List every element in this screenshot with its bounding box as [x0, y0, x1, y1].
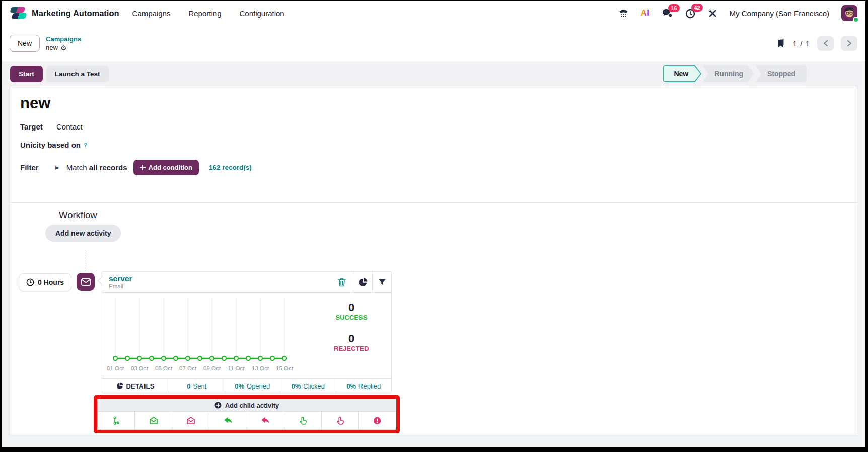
stage-running[interactable]: Running [702, 65, 754, 82]
company-switcher[interactable]: My Company (San Francisco) [730, 9, 829, 18]
app-window: Marketing Automation Campaigns Reporting… [0, 0, 868, 452]
activity-name[interactable]: server [109, 274, 331, 283]
new-record-button[interactable]: New [10, 35, 40, 52]
form-sheet: new Target Contact Unicity based on ? Fi… [10, 86, 857, 435]
trigger-clicked-button[interactable] [284, 412, 321, 429]
pager-previous-button[interactable] [817, 36, 834, 51]
add-child-activity-button[interactable]: Add child activity [97, 399, 396, 411]
voip-phone-icon[interactable] [618, 9, 629, 18]
activity-type: Email [109, 283, 331, 289]
mail-opened-icon [149, 416, 158, 425]
menu-campaigns[interactable]: Campaigns [132, 9, 171, 18]
app-logo-icon[interactable] [10, 6, 27, 20]
trigger-opened-button[interactable] [134, 412, 172, 429]
field-target: Target Contact [20, 122, 83, 131]
activity-stats-row: DETAILS 0Sent 0%Opened 0%Clicked 0%Repli… [102, 378, 391, 393]
svg-text:09 Oct: 09 Oct [203, 365, 221, 371]
campaign-name-input[interactable]: new [20, 94, 50, 112]
workflow-heading: Workflow [59, 210, 97, 221]
control-panel: New Campaigns new ⚙ 1 / 1 [2, 25, 865, 61]
stat-sent[interactable]: 0Sent [169, 379, 225, 393]
bookmark-icon[interactable] [777, 38, 786, 48]
breadcrumb-current-row: new ⚙ [46, 44, 81, 51]
logo-shape-top [10, 7, 26, 13]
add-child-activity-label: Add child activity [225, 402, 279, 409]
stat-opened[interactable]: 0%Opened [225, 379, 280, 393]
breadcrumb-campaigns-link[interactable]: Campaigns [46, 35, 81, 43]
unicity-label: Unicity based on [20, 141, 81, 149]
launch-test-button[interactable]: Launch a Test [46, 66, 109, 82]
menu-reporting[interactable]: Reporting [188, 9, 221, 18]
trigger-not-clicked-button[interactable] [321, 412, 358, 429]
pager-area: 1 / 1 [777, 36, 857, 51]
target-value[interactable]: Contact [56, 122, 83, 131]
rejected-count: 0 [348, 333, 354, 345]
highlight-annotation-box: Add child activity [94, 395, 400, 433]
email-activity-icon[interactable] [77, 273, 95, 291]
systray: AI 16 42 My Company (San Francisco) [618, 5, 857, 21]
pie-chart-icon [116, 382, 123, 390]
activities-clock-icon[interactable]: 42 [685, 8, 696, 19]
activity-filter-button[interactable] [372, 272, 391, 292]
svg-text:01 Oct: 01 Oct [107, 365, 124, 371]
funnel-icon [378, 278, 386, 286]
pager-next-button[interactable] [841, 36, 857, 51]
gear-icon[interactable]: ⚙ [60, 44, 67, 51]
activity-delay-badge[interactable]: 0 Hours [19, 273, 71, 291]
records-count-link[interactable]: 162 record(s) [209, 164, 252, 171]
trigger-not-replied-button[interactable] [247, 412, 284, 429]
mail-not-opened-icon [186, 416, 195, 425]
hand-pointer-icon [336, 416, 344, 425]
pager-count: 1 / 1 [793, 39, 810, 48]
help-question-mark[interactable]: ? [84, 142, 87, 148]
ai-icon[interactable]: AI [641, 8, 650, 18]
trigger-bounced-button[interactable] [358, 412, 396, 429]
activity-title-block[interactable]: server Email [102, 272, 331, 292]
online-status-dot [853, 17, 859, 23]
delete-activity-button[interactable] [331, 272, 353, 292]
svg-text:07 Oct: 07 Oct [179, 365, 197, 371]
reply-icon [261, 417, 270, 425]
main-menu: Campaigns Reporting Configuration [132, 9, 284, 18]
activity-delay-label: 0 Hours [38, 278, 64, 286]
stage-stopped[interactable]: Stopped [755, 65, 807, 82]
filter-match-text: Match all records [66, 163, 127, 172]
svg-text:11 Oct: 11 Oct [228, 365, 245, 371]
exclamation-circle-icon [373, 417, 381, 425]
envelope-icon [81, 278, 91, 286]
add-new-activity-button[interactable]: Add new activity [45, 225, 121, 242]
user-avatar[interactable] [841, 5, 857, 21]
breadcrumb-current: new [46, 44, 58, 51]
details-label: DETAILS [126, 382, 154, 390]
field-unicity: Unicity based on ? [20, 141, 87, 149]
top-navbar: Marketing Automation Campaigns Reporting… [2, 1, 865, 25]
stat-replied[interactable]: 0%Replied [336, 379, 392, 393]
messages-icon[interactable]: 16 [662, 9, 673, 18]
stage-buttons: New Running Stopped [663, 65, 807, 82]
trigger-replied-button[interactable] [209, 412, 246, 429]
reply-icon [224, 417, 233, 425]
child-trigger-row [97, 411, 396, 430]
activities-badge: 42 [691, 4, 703, 12]
activity-card-header: server Email [102, 272, 391, 293]
workflow-connector-line [85, 250, 85, 271]
tools-icon[interactable] [708, 9, 717, 18]
stat-clicked[interactable]: 0%Clicked [280, 379, 336, 393]
app-title[interactable]: Marketing Automation [32, 9, 119, 18]
trigger-not-opened-button[interactable] [172, 412, 209, 429]
details-button[interactable]: DETAILS [102, 379, 169, 393]
activity-graph-button[interactable] [353, 272, 372, 292]
card-notch [97, 276, 102, 285]
svg-text:03 Oct: 03 Oct [131, 365, 149, 371]
trigger-activity-button[interactable] [98, 412, 134, 429]
add-condition-button[interactable]: Add condition [133, 160, 199, 175]
svg-text:13 Oct: 13 Oct [252, 365, 269, 371]
caret-right-icon[interactable]: ▶ [55, 165, 59, 170]
start-button[interactable]: Start [10, 66, 43, 82]
svg-text:05 Oct: 05 Oct [155, 365, 173, 371]
target-label: Target [20, 122, 56, 131]
stage-new[interactable]: New [663, 65, 701, 82]
filter-label: Filter [20, 163, 46, 172]
success-count: 0 [348, 302, 354, 314]
menu-configuration[interactable]: Configuration [239, 9, 284, 18]
